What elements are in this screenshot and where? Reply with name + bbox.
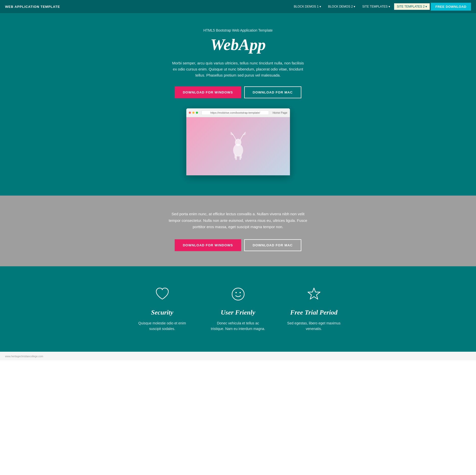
hero-title: WebApp [5, 35, 471, 54]
features-grid: Security Quisque molestie odio et enim s… [124, 287, 352, 332]
feature-security: Security Quisque molestie odio et enim s… [134, 287, 190, 332]
navbar-brand: WEB APPLICATION TEMPLATE [5, 5, 60, 9]
svg-point-8 [239, 292, 241, 293]
browser-content [186, 117, 290, 175]
deer-illustration [227, 131, 250, 161]
security-title: Security [134, 309, 190, 316]
nav-site-templates-2[interactable]: SITE TEMPLATES 2 ▾ [394, 3, 430, 10]
hero-download-windows-button[interactable]: DOWNLOAD FOR WINDOWS [175, 86, 241, 98]
grey-section: Sed porta enim nunc, at efficitur lectus… [0, 196, 476, 266]
hero-download-mac-button[interactable]: DOWNLOAD FOR MAC [244, 86, 301, 98]
navbar-nav: BLOCK DEMOS 1 ▾ BLOCK DEMOS 2 ▾ SITE TEM… [291, 3, 471, 11]
navbar: WEB APPLICATION TEMPLATE BLOCK DEMOS 1 ▾… [0, 0, 476, 13]
nav-block-demos-1[interactable]: BLOCK DEMOS 1 ▾ [291, 3, 324, 10]
features-section: Security Quisque molestie odio et enim s… [0, 266, 476, 352]
user-friendly-desc: Donec vehicula et tellus ac tristique. N… [210, 320, 266, 332]
smiley-icon [210, 287, 266, 304]
star-icon [286, 287, 342, 304]
nav-site-templates[interactable]: SITE TEMPLATES ▾ [359, 3, 393, 10]
footer: www.heritagechristiancollege.com [0, 352, 476, 360]
heart-icon [134, 287, 190, 304]
feature-user-friendly: User Frienly Donec vehicula et tellus ac… [210, 287, 266, 332]
browser-dot-red [189, 112, 191, 114]
free-trial-desc: Sed egestas, libero eget maximus venenat… [286, 320, 342, 332]
grey-buttons: DOWNLOAD FOR WINDOWS DOWNLOAD FOR MAC [5, 239, 471, 251]
browser-bar: https://mobirise.com/bootstrap-template/… [186, 108, 290, 117]
grey-download-windows-button[interactable]: DOWNLOAD FOR WINDOWS [175, 239, 241, 251]
browser-dot-yellow [192, 112, 194, 114]
footer-url: www.heritagechristiancollege.com [5, 355, 43, 358]
security-desc: Quisque molestie odio et enim suscipit s… [134, 320, 190, 332]
grey-description: Sed porta enim nunc, at efficitur lectus… [167, 211, 309, 230]
hero-section: HTML5 Bootstrap Web Application Template… [0, 13, 476, 196]
user-friendly-title: User Frienly [210, 309, 266, 316]
svg-point-6 [232, 288, 244, 300]
grey-download-mac-button[interactable]: DOWNLOAD FOR MAC [244, 239, 301, 251]
free-download-button[interactable]: FREE DOWNLOAD [431, 3, 471, 11]
browser-mockup: https://mobirise.com/bootstrap-template/… [186, 108, 290, 175]
browser-home-label: Home Page [273, 111, 287, 114]
svg-rect-5 [240, 154, 242, 158]
nav-block-demos-2[interactable]: BLOCK DEMOS 2 ▾ [325, 3, 358, 10]
svg-point-7 [235, 292, 237, 293]
browser-url: https://mobirise.com/bootstrap-template/ [201, 110, 269, 115]
browser-dot-green [196, 112, 198, 114]
feature-free-trial: Free Trial Period Sed egestas, libero eg… [286, 287, 342, 332]
hero-description: Morbi semper, arcu quis varius ultricies… [170, 60, 306, 78]
free-trial-title: Free Trial Period [286, 309, 342, 316]
hero-buttons: DOWNLOAD FOR WINDOWS DOWNLOAD FOR MAC [5, 86, 471, 98]
svg-rect-4 [234, 154, 236, 158]
hero-subtitle: HTML5 Bootstrap Web Application Template [5, 28, 471, 32]
svg-marker-9 [308, 288, 320, 299]
